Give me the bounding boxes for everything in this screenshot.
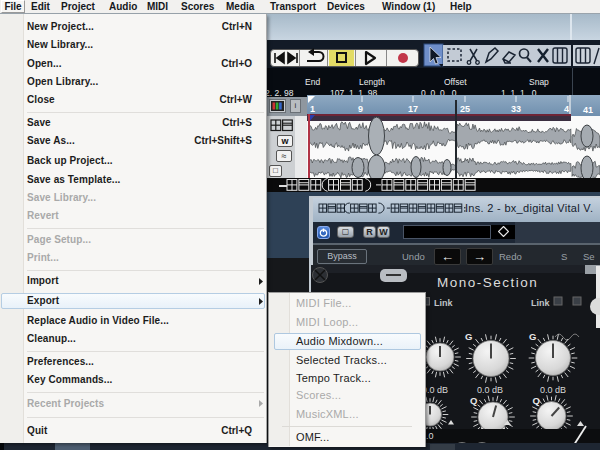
svg-text:0.0 dB: 0.0 dB xyxy=(540,385,566,395)
svg-text:G: G xyxy=(465,331,472,342)
svg-text:0.0 dB: 0.0 dB xyxy=(477,385,503,395)
svg-text:.0: .0 xyxy=(426,431,434,441)
svg-text:Link: Link xyxy=(434,298,453,308)
svg-text:Mono-Section: Mono-Section xyxy=(437,275,538,290)
svg-text:Q: Q xyxy=(470,395,477,406)
svg-text:G: G xyxy=(529,331,536,342)
svg-text:Link: Link xyxy=(531,298,550,308)
